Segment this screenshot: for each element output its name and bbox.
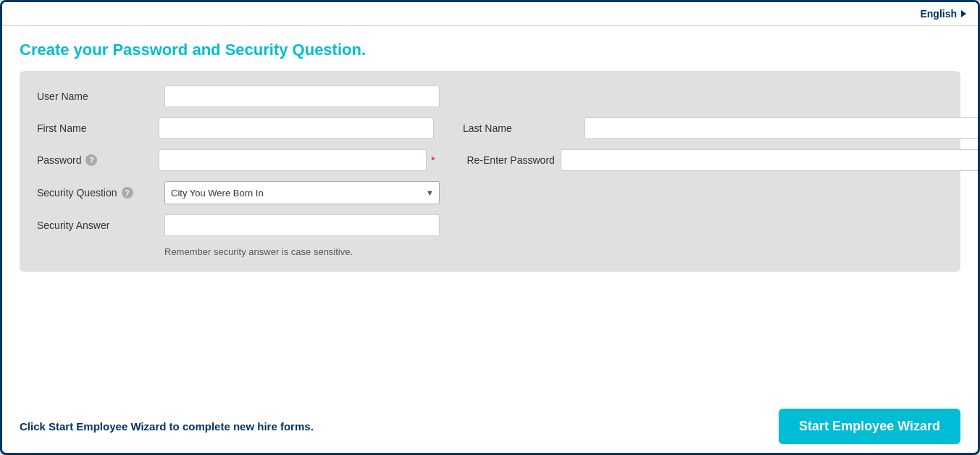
reenter-password-group: Re-Enter Password bbox=[466, 149, 980, 171]
main-content: Create your Password and Security Questi… bbox=[2, 26, 978, 400]
language-arrow-icon bbox=[961, 10, 966, 17]
firstname-input[interactable] bbox=[159, 117, 434, 139]
bottom-instructions: Click Start Employee Wizard to complete … bbox=[20, 420, 314, 433]
username-label: User Name bbox=[37, 91, 153, 102]
hint-text: Remember security answer is case sensiti… bbox=[164, 246, 943, 257]
page-title: Create your Password and Security Questi… bbox=[20, 41, 960, 59]
lastname-group: Last Name bbox=[463, 117, 980, 139]
firstname-group: First Name bbox=[37, 117, 434, 139]
start-employee-wizard-button[interactable]: Start Employee Wizard bbox=[779, 409, 960, 444]
security-answer-row: Security Answer bbox=[37, 214, 943, 236]
password-row: Password ? * Re-Enter Password bbox=[37, 149, 943, 171]
reenter-password-label: Re-Enter Password bbox=[466, 154, 554, 166]
lastname-input[interactable] bbox=[585, 117, 980, 139]
firstname-label: First Name bbox=[37, 122, 153, 134]
password-group: Password ? * bbox=[37, 149, 437, 171]
name-row: First Name Last Name bbox=[37, 117, 943, 139]
password-input-group: * bbox=[159, 149, 437, 171]
language-button[interactable]: English bbox=[920, 8, 966, 20]
security-question-label: Security Question ? bbox=[37, 187, 153, 199]
bottom-section: Click Start Employee Wizard to complete … bbox=[2, 400, 978, 453]
top-bar: English bbox=[2, 2, 978, 26]
password-input[interactable] bbox=[159, 149, 427, 171]
username-row: User Name bbox=[37, 85, 943, 107]
security-question-select-wrapper: City You Were Born In Name of First Pet … bbox=[164, 181, 440, 204]
form-panel: User Name First Name Last Name Passwo bbox=[20, 71, 960, 272]
language-label: English bbox=[920, 8, 957, 20]
security-question-row: Security Question ? City You Were Born I… bbox=[37, 181, 943, 204]
security-answer-input[interactable] bbox=[164, 214, 440, 236]
lastname-label: Last Name bbox=[463, 122, 579, 134]
page-container: English Create your Password and Securit… bbox=[0, 0, 980, 455]
required-star: * bbox=[431, 154, 435, 166]
security-answer-label: Security Answer bbox=[37, 220, 153, 231]
password-help-icon[interactable]: ? bbox=[85, 154, 97, 166]
security-question-select[interactable]: City You Were Born In Name of First Pet … bbox=[164, 181, 440, 204]
security-question-help-icon[interactable]: ? bbox=[122, 187, 133, 199]
password-label: Password ? bbox=[37, 154, 153, 166]
reenter-password-input[interactable] bbox=[561, 149, 980, 171]
username-input[interactable] bbox=[164, 85, 440, 107]
